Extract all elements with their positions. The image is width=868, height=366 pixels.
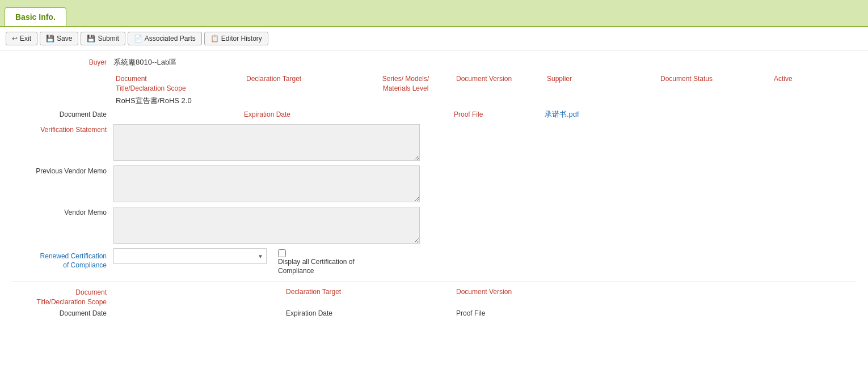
exit-icon: ↩ [12, 35, 18, 42]
bottom-doc-date-label: Document Date [11, 309, 113, 317]
bottom-date-row: Document Date Expiration Date Proof File [11, 309, 857, 317]
declaration-target-value [244, 85, 357, 87]
tab-header: Basic Info. [0, 0, 868, 27]
verification-row: Verification Statement [11, 124, 857, 161]
prev-vendor-memo-textarea[interactable] [113, 165, 420, 202]
active-col: Active [772, 73, 828, 87]
editor-history-icon: 📋 [210, 35, 219, 42]
verification-textarea[interactable] [113, 124, 420, 161]
prev-vendor-memo-label: Previous Vendor Memo [11, 165, 113, 176]
series-models-value [357, 95, 454, 97]
renewed-controls: ▼ Display all Certification ofCompliance [113, 248, 355, 276]
active-value [772, 85, 828, 87]
section-divider [11, 282, 857, 282]
submit-icon: 💾 [87, 35, 95, 42]
proof-file-value: 承诺书.pdf [545, 109, 658, 120]
doc-version-col: Document Version [454, 73, 545, 87]
exit-button[interactable]: ↩ Exit [6, 32, 37, 45]
bottom-doc-title-label: DocumentTitle/Declaration Scope [11, 288, 113, 307]
associated-parts-button[interactable]: 📄 Associated Parts [128, 32, 202, 45]
bottom-doc-header-row: DocumentTitle/Declaration Scope Declarat… [11, 288, 857, 307]
buyer-label: Buyer [11, 56, 113, 67]
doc-date-label: Document Date [11, 110, 113, 118]
expiration-date-label: Expiration Date [244, 110, 357, 118]
associated-parts-icon: 📄 [134, 35, 142, 42]
supplier-label: Supplier [545, 73, 658, 85]
editor-history-button[interactable]: 📋 Editor History [204, 32, 268, 45]
buyer-value: 系統廠8010--Lab區 [113, 56, 176, 67]
series-models-label: Series/ Models/Materials Level [357, 73, 454, 95]
content-area: Buyer 系統廠8010--Lab區 DocumentTitle/Declar… [0, 50, 868, 325]
supplier-col: Supplier [545, 73, 658, 87]
bottom-proof-file-label: Proof File [454, 309, 567, 317]
vendor-memo-row: Vendor Memo [11, 207, 857, 244]
doc-version-value [454, 85, 545, 87]
doc-title-col: DocumentTitle/Declaration Scope RoHS宣告書/… [113, 73, 244, 107]
renewed-select-wrapper: ▼ [113, 248, 267, 264]
save-button[interactable]: 💾 Save [40, 32, 78, 45]
display-all-checkbox[interactable] [278, 249, 286, 257]
renewed-cert-row: Renewed Certificationof Compliance ▼ Dis… [11, 248, 857, 276]
prev-vendor-memo-row: Previous Vendor Memo [11, 165, 857, 202]
bottom-expiration-date-label: Expiration Date [284, 309, 454, 317]
buyer-row: Buyer 系統廠8010--Lab區 [11, 56, 857, 70]
vendor-memo-textarea[interactable] [113, 207, 420, 244]
proof-file-label: Proof File [454, 110, 545, 118]
proof-file-link[interactable]: 承诺书.pdf [545, 110, 579, 118]
vendor-memo-label: Vendor Memo [11, 207, 113, 218]
declaration-target-col: Declaration Target [244, 73, 357, 87]
display-all-label: Display all Certification ofCompliance [278, 257, 355, 276]
doc-title-value: RoHS宣告書/RoHS 2.0 [113, 95, 244, 107]
supplier-value [545, 85, 658, 87]
verification-label: Verification Statement [11, 124, 113, 135]
doc-status-col: Document Status [658, 73, 772, 87]
declaration-target-label: Declaration Target [244, 73, 357, 85]
submit-button[interactable]: 💾 Submit [81, 32, 125, 45]
bottom-declaration-target-label: Declaration Target [284, 288, 454, 296]
bottom-doc-version-label: Document Version [454, 288, 567, 296]
doc-status-value [658, 85, 772, 87]
toolbar: ↩ Exit 💾 Save 💾 Submit 📄 Associated Part… [0, 27, 868, 50]
series-models-col: Series/ Models/Materials Level [357, 73, 454, 97]
renewed-cert-label: Renewed Certificationof Compliance [11, 248, 113, 271]
save-icon: 💾 [46, 35, 54, 42]
doc-status-label: Document Status [658, 73, 772, 85]
display-all-group: Display all Certification ofCompliance [278, 248, 355, 276]
doc-title-label: DocumentTitle/Declaration Scope [113, 73, 244, 95]
renewed-cert-select[interactable] [113, 248, 267, 264]
tab-basic-info[interactable]: Basic Info. [5, 7, 66, 26]
display-all-checkbox-row [278, 249, 286, 257]
doc-version-label: Document Version [454, 73, 545, 85]
active-label: Active [772, 73, 828, 85]
